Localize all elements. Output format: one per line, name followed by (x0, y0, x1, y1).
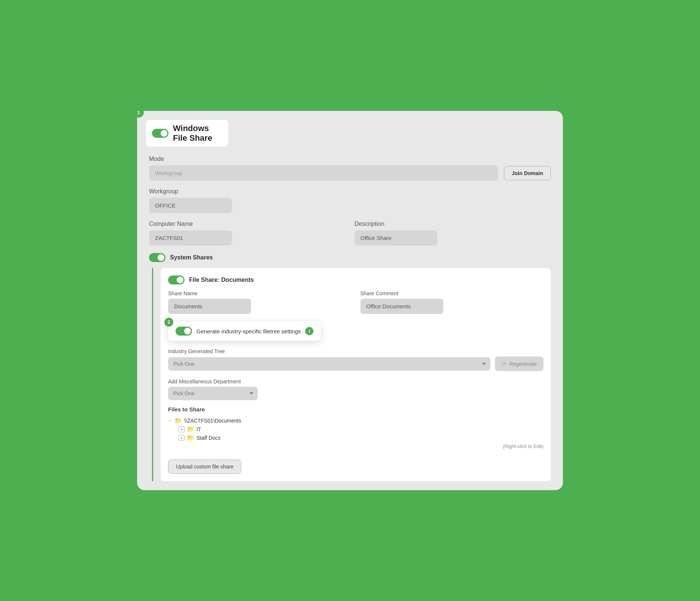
folder-icon: 📁 (174, 417, 182, 424)
system-shares-track[interactable] (149, 253, 165, 262)
regenerate-label: Regenerate (509, 361, 537, 367)
folder-icon: 📁 (187, 434, 194, 441)
badge-1: 1 (133, 107, 144, 118)
regenerate-icon: ⟳ (502, 360, 507, 367)
share-name-label: Share Name (168, 290, 351, 296)
industry-tree-section: Industry Generated Tree Pick One ⟳ Regen… (168, 348, 543, 371)
files-to-share-label: Files to Share (168, 406, 543, 412)
tree-it-label: IT (196, 426, 201, 432)
files-to-share-section: Files to Share ─ 📁 \\ZACTFS01\Documents … (168, 406, 543, 449)
generate-filetree-track[interactable] (176, 327, 192, 336)
right-click-hint: (Right-click to Edit) (168, 443, 543, 449)
description-section: Description (354, 221, 551, 246)
misc-dept-label: Add Miscellaneous Department (168, 379, 543, 384)
file-share-track[interactable] (168, 275, 185, 284)
system-shares-label: System Shares (170, 254, 213, 261)
workgroup-input[interactable] (149, 198, 232, 213)
tree-staffdocs-label: Staff Docs (196, 435, 220, 441)
mode-label: Mode (149, 156, 551, 162)
tree-row: ─ 📁 \\ZACTFS01\Documents (168, 416, 543, 425)
file-share-title: File Share: Documents (189, 277, 254, 283)
info-icon[interactable]: i (305, 327, 313, 335)
system-shares-toggle[interactable] (149, 253, 165, 262)
system-shares-row: System Shares (149, 253, 551, 262)
main-panel: 1 Windows File Share Mode Join Domain Wo… (137, 111, 563, 490)
regenerate-button[interactable]: ⟳ Regenerate (495, 356, 543, 371)
computer-name-input[interactable] (149, 230, 232, 246)
workgroup-label: Workgroup (149, 188, 551, 195)
join-domain-button[interactable]: Join Domain (504, 166, 551, 180)
description-label: Description (354, 221, 551, 227)
generate-filetree-toggle[interactable] (176, 327, 192, 336)
computer-name-section: Computer Name (149, 221, 346, 246)
file-share-panel: File Share: Documents Share Name Share C… (152, 268, 551, 481)
file-tree: ─ 📁 \\ZACTFS01\Documents + 📁 IT + (168, 416, 543, 442)
badge-2: 2 (164, 318, 173, 327)
workgroup-section: Workgroup (149, 188, 551, 213)
tree-row: + 📁 IT (168, 425, 543, 433)
share-comment-section: Share Comment (360, 290, 544, 314)
toggle-track[interactable] (152, 129, 168, 138)
industry-dropdown-row: Pick One ⟳ Regenerate (168, 356, 543, 371)
description-input[interactable] (354, 230, 437, 246)
file-share-documents-toggle[interactable] (168, 275, 185, 284)
expand-it-button[interactable]: + (179, 426, 185, 432)
industry-tree-select[interactable]: Pick One (168, 357, 490, 371)
misc-dept-select[interactable]: Pick One (168, 387, 258, 400)
share-comment-input[interactable] (360, 299, 443, 314)
upload-custom-file-share-button[interactable]: Upload custom file share (168, 460, 241, 474)
main-content: Mode Join Domain Workgroup Computer Name… (146, 156, 554, 481)
share-fields-row: Share Name Share Comment (168, 290, 543, 314)
generate-filetree-text: Generate industry-specific filetree sett… (196, 328, 301, 334)
computer-name-label: Computer Name (149, 221, 346, 227)
mode-row: Join Domain (149, 165, 551, 181)
share-comment-label: Share Comment (360, 290, 544, 296)
file-share-inner: File Share: Documents Share Name Share C… (161, 268, 551, 481)
header-title: Windows File Share (173, 124, 222, 143)
computer-description-row: Computer Name Description (149, 221, 551, 246)
file-share-header: File Share: Documents (168, 275, 543, 284)
industry-tree-label: Industry Generated Tree (168, 348, 543, 354)
misc-dept-section: Add Miscellaneous Department Pick One (168, 379, 543, 400)
expand-staffdocs-button[interactable]: + (179, 435, 185, 441)
windows-file-share-toggle[interactable] (152, 129, 168, 138)
mode-input[interactable] (149, 165, 498, 181)
generate-filetree-popover: 2 Generate industry-specific filetree se… (168, 321, 321, 341)
tree-connector: ─ (168, 418, 171, 423)
share-name-section: Share Name (168, 290, 351, 314)
header-toggle-row: Windows File Share (146, 120, 228, 147)
share-name-input[interactable] (168, 299, 251, 314)
tree-root-label: \\ZACTFS01\Documents (184, 418, 241, 424)
tree-row: + 📁 Staff Docs (168, 433, 543, 442)
folder-icon: 📁 (187, 426, 194, 433)
mode-section: Mode Join Domain (149, 156, 551, 181)
